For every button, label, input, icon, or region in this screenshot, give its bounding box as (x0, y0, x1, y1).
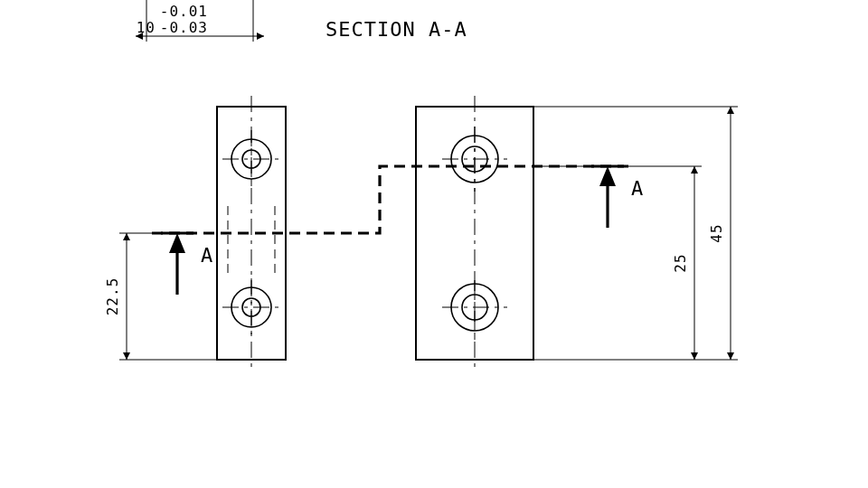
dim-right-outer: 45 (533, 107, 738, 360)
dim-right-inner: 25 (533, 166, 702, 360)
dim-left-value: 22.5 (104, 277, 121, 316)
svg-marker-29 (599, 166, 616, 186)
top-tolerance-dim: -0.01 -0.03 10 (136, 0, 264, 42)
svg-marker-26 (169, 233, 185, 253)
tol-nominal: 10 (137, 19, 156, 36)
section-line: A A (152, 166, 644, 295)
dim-right-inner-value: 25 (672, 253, 689, 272)
section-title: SECTION A-A (326, 18, 467, 41)
section-label-left: A (201, 244, 213, 267)
right-block (416, 96, 533, 371)
tol-lower: -0.03 (160, 19, 208, 36)
dim-right-outer-value: 45 (708, 223, 725, 242)
tol-upper: -0.01 (160, 3, 208, 20)
section-label-right: A (631, 177, 644, 200)
